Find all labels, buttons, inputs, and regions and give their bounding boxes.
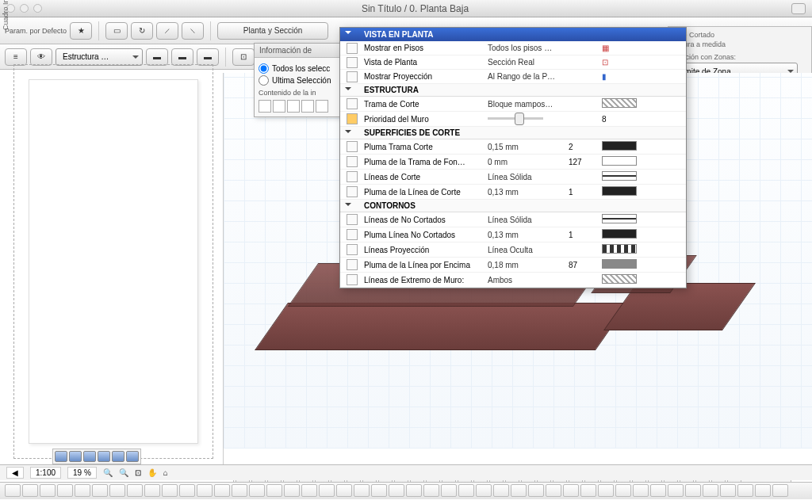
row-pluma-trama-corte[interactable]: Pluma Trama Corte0,15 mm2 (340, 139, 686, 155)
row-vista-planta[interactable]: Vista de PlantaSección Real⊡ (340, 55, 686, 70)
wall-tool-icon[interactable] (40, 484, 56, 497)
view-walk-icon[interactable] (98, 451, 110, 462)
zoom-icon[interactable] (33, 4, 42, 13)
more-2-icon[interactable] (650, 484, 666, 497)
grid-tool-icon[interactable] (598, 484, 614, 497)
dash-swatch[interactable] (602, 244, 637, 254)
arc-tool-icon[interactable] (423, 484, 439, 497)
wall-bottom-icon[interactable]: ▬ (197, 48, 219, 66)
view-3d-icon[interactable] (55, 451, 67, 462)
solid-swatch[interactable] (602, 171, 637, 181)
pan-icon[interactable]: ✋ (147, 468, 157, 477)
cut-bottom-icon[interactable]: ⟍ (182, 22, 204, 40)
home-icon[interactable]: ⌂ (163, 468, 168, 477)
shell-tool-icon[interactable] (284, 484, 300, 497)
estructura-dropdown[interactable]: Estructura … (56, 48, 143, 66)
column-tool-icon[interactable] (92, 484, 108, 497)
row-pluma-trama-fondo[interactable]: Pluma de la Trama de Fon…0 mm127 (340, 155, 686, 170)
section-estructura[interactable]: ESTRUCTURA (340, 84, 686, 97)
radio-last-selection[interactable]: Ultima Selección (259, 75, 350, 86)
layout-view[interactable] (0, 73, 224, 480)
curtain-tool-icon[interactable] (197, 484, 213, 497)
zoom-in-icon[interactable]: 🔍 (103, 468, 113, 477)
eye-icon[interactable]: 👁 (30, 48, 52, 66)
layers-icon[interactable]: ≡ (5, 48, 27, 66)
more-6-icon[interactable] (720, 484, 736, 497)
zoom-field[interactable]: 19 % (67, 467, 97, 479)
detail-tool-icon[interactable] (546, 484, 561, 497)
change-tool-icon[interactable] (615, 484, 631, 497)
view-fly-icon[interactable] (112, 451, 124, 462)
panel-selector[interactable]: Planta y Sección (217, 22, 328, 40)
more-9-icon[interactable] (772, 484, 788, 497)
object-tool-icon[interactable] (232, 484, 247, 497)
row-lineas-corte[interactable]: Líneas de CorteLínea Sólida (340, 170, 686, 185)
scale-field[interactable]: 1:100 (30, 467, 61, 479)
row-lineas-proyeccion[interactable]: Líneas ProyecciónLínea Oculta (340, 242, 686, 258)
row-prioridad-muro[interactable]: Prioridad del Muro8 (340, 112, 686, 127)
dim-tool-icon[interactable] (319, 484, 335, 497)
hatch-swatch[interactable] (602, 98, 637, 108)
row-extremo-muro[interactable]: Líneas de Extremo de Muro:Ambos (340, 273, 686, 288)
more-8-icon[interactable] (755, 484, 771, 497)
door-tool-icon[interactable] (57, 484, 73, 497)
view-persp-icon[interactable] (69, 451, 82, 462)
fit-icon[interactable]: ⊡ (135, 468, 141, 477)
zone-tool-icon[interactable] (179, 484, 195, 497)
poly-tool-icon[interactable] (441, 484, 457, 497)
view-explore-icon[interactable] (126, 451, 139, 462)
slab-tool-icon[interactable] (127, 484, 143, 497)
more-3-icon[interactable] (668, 484, 684, 497)
spline-tool-icon[interactable] (458, 484, 474, 497)
left-icon[interactable] (301, 100, 314, 113)
wall-top-icon[interactable]: ▬ (146, 48, 168, 66)
cut-top-icon[interactable]: ⟋ (156, 22, 178, 40)
morph-tool-icon[interactable] (266, 484, 282, 497)
view-axon-icon[interactable] (83, 451, 96, 462)
camera-tool-icon[interactable] (580, 484, 596, 497)
worksheet-tool-icon[interactable] (563, 484, 579, 497)
pen-swatch2[interactable] (602, 186, 637, 196)
up-icon[interactable] (273, 100, 285, 113)
favorites-icon[interactable]: ★ (70, 22, 92, 40)
layout-sheet[interactable] (29, 79, 198, 444)
more-5-icon[interactable] (703, 484, 718, 497)
rotate-icon[interactable]: ↻ (131, 22, 153, 40)
section-contornos[interactable]: CONTORNOS (340, 200, 686, 212)
more-7-icon[interactable] (737, 484, 753, 497)
mesh-tool-icon[interactable] (162, 484, 178, 497)
elevation-tool-icon[interactable] (528, 484, 544, 497)
pen-swatch[interactable] (602, 141, 637, 151)
pen-swatch4[interactable] (602, 259, 637, 269)
line-tool-icon[interactable] (406, 484, 422, 497)
toolbar-toggle-icon[interactable] (791, 3, 806, 14)
window-tool-icon[interactable] (75, 484, 90, 497)
level-tool-icon[interactable] (336, 484, 352, 497)
fill-tool-icon[interactable] (389, 484, 404, 497)
row-trama-corte[interactable]: Trama de CorteBloque mampos… (340, 97, 686, 112)
new-icon[interactable] (259, 100, 271, 113)
radio-all-selected[interactable]: Todos los selecc (259, 63, 350, 74)
format-icon[interactable] (316, 100, 328, 113)
more-1-icon[interactable] (633, 484, 649, 497)
down-icon[interactable] (287, 100, 300, 113)
minimize-icon[interactable] (20, 4, 29, 13)
row-pluma-linea-corte[interactable]: Pluma de la Línea de Corte0,13 mm1 (340, 185, 686, 200)
nav-prev-icon[interactable]: ◀ (6, 467, 24, 479)
roof-tool-icon[interactable] (144, 484, 160, 497)
row-mostrar-pisos[interactable]: Mostrar en PisosTodos los pisos …▦ (340, 41, 686, 55)
figure-tool-icon[interactable] (493, 484, 509, 497)
zoom-out-icon[interactable]: 🔍 (119, 468, 128, 477)
bg-swatch[interactable] (602, 156, 637, 166)
row-mostrar-proyeccion[interactable]: Mostrar ProyecciónAl Rango de la P…▮ (340, 70, 686, 84)
lamp-tool-icon[interactable] (249, 484, 265, 497)
section-superficies-corte[interactable]: SUPERFICIES DE CORTE (340, 127, 686, 139)
height-icon[interactable]: ⊡ (232, 48, 255, 66)
row-pluma-no-cortados[interactable]: Pluma Línea No Cortados0,13 mm1 (340, 227, 686, 242)
skylight-tool-icon[interactable] (301, 484, 317, 497)
pen-swatch3[interactable] (602, 229, 637, 239)
more-4-icon[interactable] (685, 484, 701, 497)
section-tool-icon[interactable] (511, 484, 527, 497)
end-swatch[interactable] (602, 274, 637, 284)
text-tool-icon[interactable] (354, 484, 370, 497)
